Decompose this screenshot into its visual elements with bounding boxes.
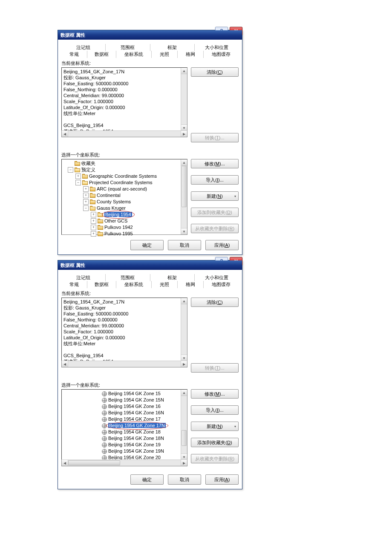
list-item[interactable]: Beijing 1954 GK Zone 16 bbox=[63, 403, 180, 410]
tab-frame[interactable]: 框架 bbox=[150, 44, 194, 51]
apply-button[interactable]: 应用(A) bbox=[205, 474, 239, 485]
vscroll[interactable]: ▲ ▼ bbox=[181, 390, 187, 460]
expand-icon[interactable]: + bbox=[75, 173, 81, 179]
tab-annotation[interactable]: 注记组 bbox=[61, 274, 105, 281]
tree-othergcs[interactable]: +Other GCS bbox=[63, 218, 180, 224]
new-button[interactable]: 新建(N) bbox=[191, 191, 239, 201]
tab-size[interactable]: 大小和位置 bbox=[194, 274, 239, 281]
scroll-up-icon[interactable]: ▲ bbox=[181, 159, 187, 166]
vscroll[interactable]: ▲ ▼ bbox=[181, 298, 187, 361]
collapse-icon[interactable]: − bbox=[83, 205, 89, 211]
remove-favorite-button[interactable]: 从收藏夹中删除(R) bbox=[191, 224, 239, 233]
tab-cache[interactable]: 地图缓存 bbox=[203, 51, 239, 58]
tree-continental[interactable]: +Continental bbox=[63, 192, 180, 199]
scroll-left-icon[interactable]: ◀ bbox=[62, 361, 68, 367]
tab-coordsys[interactable]: 坐标系统 bbox=[116, 51, 151, 58]
list-item[interactable]: Beijing 1954 GK Zone 15 bbox=[63, 390, 180, 397]
list-item[interactable]: Beijing 1954 GK Zone 16N bbox=[63, 410, 180, 416]
vscroll[interactable]: ▲ ▼ bbox=[181, 68, 187, 131]
tree-arc[interactable]: +ARC (equal arc-second) bbox=[63, 186, 180, 192]
tree-pcs[interactable]: −Projected Coordinate Systems bbox=[63, 179, 180, 186]
tab-grid[interactable]: 格网 bbox=[177, 51, 203, 58]
scroll-down-icon[interactable]: ▼ bbox=[181, 124, 187, 131]
list-item[interactable]: Beijing 1954 GK Zone 19N bbox=[63, 448, 180, 454]
add-favorite-button[interactable]: 添加到收藏夹(D) bbox=[191, 208, 239, 217]
scroll-down-icon[interactable]: ▼ bbox=[181, 355, 187, 361]
ok-button[interactable]: 确定 bbox=[130, 240, 164, 250]
tab-frame[interactable]: 框架 bbox=[150, 274, 194, 281]
tree-gauss[interactable]: −Gauss Kruger bbox=[63, 205, 180, 211]
titlebar[interactable]: 数据框 属性 bbox=[58, 260, 242, 270]
tab-cache[interactable]: 地图缓存 bbox=[203, 281, 239, 288]
apply-button[interactable]: 应用(A) bbox=[205, 240, 239, 250]
scroll-thumb[interactable] bbox=[182, 430, 187, 446]
new-button[interactable]: 新建(N) bbox=[191, 422, 239, 431]
list-item[interactable]: Beijing 1954 GK Zone 18 bbox=[63, 429, 180, 435]
tab-dataframe[interactable]: 数据框 bbox=[87, 51, 116, 58]
tab-dataframe[interactable]: 数据框 bbox=[87, 281, 116, 288]
tab-coordsys[interactable]: 坐标系统 bbox=[116, 281, 151, 288]
modify-button[interactable]: 修改(M)... bbox=[191, 389, 239, 399]
add-favorite-button[interactable]: 添加到收藏夹(D) bbox=[191, 438, 239, 447]
transform-button[interactable]: 转换(T)... bbox=[191, 133, 239, 142]
scroll-thumb[interactable] bbox=[182, 166, 187, 207]
clear-button[interactable]: 清除(C) bbox=[191, 298, 239, 307]
modify-button[interactable]: 修改(M)... bbox=[191, 159, 239, 168]
collapse-icon[interactable]: − bbox=[68, 167, 73, 173]
expand-icon[interactable]: + bbox=[91, 212, 96, 217]
ok-button[interactable]: 确定 bbox=[130, 474, 164, 485]
import-button[interactable]: 导入(I)... bbox=[191, 405, 239, 415]
tab-annotation[interactable]: 注记组 bbox=[61, 44, 105, 51]
scroll-right-icon[interactable]: ▶ bbox=[181, 131, 187, 137]
scroll-left-icon[interactable]: ◀ bbox=[62, 460, 68, 466]
tab-lighting[interactable]: 光照 bbox=[151, 281, 177, 288]
scroll-down-icon[interactable]: ▼ bbox=[181, 454, 187, 460]
crs-tree-box[interactable]: 收藏夹 −预定义 +Geographic Coordinate Systems … bbox=[61, 159, 187, 235]
import-button[interactable]: 导入(I)... bbox=[191, 175, 239, 185]
expand-icon[interactable]: + bbox=[83, 199, 89, 205]
expand-icon[interactable]: + bbox=[91, 218, 96, 224]
tree-county[interactable]: +County Systems bbox=[63, 199, 180, 205]
tab-grid[interactable]: 格网 bbox=[177, 281, 203, 288]
clear-button[interactable]: 清除(C) bbox=[191, 67, 239, 77]
cancel-button[interactable]: 取消 bbox=[168, 240, 201, 250]
scroll-up-icon[interactable]: ▲ bbox=[181, 68, 187, 74]
tab-general[interactable]: 常规 bbox=[61, 51, 87, 58]
scroll-down-icon[interactable]: ▼ bbox=[181, 228, 187, 234]
list-item[interactable]: Beijing 1954 GK Zone 18N bbox=[63, 435, 180, 442]
expand-icon[interactable]: + bbox=[91, 225, 96, 230]
scroll-up-icon[interactable]: ▲ bbox=[181, 390, 187, 396]
scroll-left-icon[interactable]: ◀ bbox=[62, 131, 68, 137]
list-item[interactable]: Beijing 1954 GK Zone 15N bbox=[63, 397, 180, 403]
cancel-button[interactable]: 取消 bbox=[168, 474, 201, 485]
tab-general[interactable]: 常规 bbox=[61, 281, 87, 288]
tree-favorites[interactable]: 收藏夹 bbox=[63, 160, 180, 167]
expand-icon[interactable]: + bbox=[91, 231, 96, 237]
tree-pulkovo95[interactable]: +Pulkovo 1995 bbox=[63, 231, 180, 237]
list-item[interactable]: Beijing 1954 GK Zone 19 bbox=[63, 442, 180, 448]
scroll-right-icon[interactable]: ▶ bbox=[181, 361, 187, 367]
scroll-h-thumb[interactable] bbox=[68, 460, 120, 465]
expand-icon[interactable]: + bbox=[83, 193, 89, 198]
expand-icon[interactable]: + bbox=[83, 186, 89, 192]
current-crs-box[interactable]: Beijing_1954_GK_Zone_17N 投影: Gauss_Kruge… bbox=[61, 67, 187, 131]
current-crs-box[interactable]: Beijing_1954_GK_Zone_17N 投影: Gauss_Kruge… bbox=[61, 298, 187, 361]
scroll-right-icon[interactable]: ▶ bbox=[181, 460, 187, 466]
tab-extent[interactable]: 范围框 bbox=[105, 274, 150, 281]
tab-size[interactable]: 大小和位置 bbox=[194, 44, 239, 51]
list-item-selected[interactable]: Beijing 1954 GK Zone 17N bbox=[63, 422, 180, 429]
list-item[interactable]: Beijing 1954 GK Zone 17 bbox=[63, 416, 180, 422]
tab-extent[interactable]: 范围框 bbox=[105, 44, 150, 51]
vscroll[interactable]: ▲ ▼ bbox=[181, 159, 187, 234]
remove-favorite-button[interactable]: 从收藏夹中删除(R) bbox=[191, 454, 239, 463]
tree-gcs[interactable]: +Geographic Coordinate Systems bbox=[63, 173, 180, 179]
titlebar[interactable]: 数据框 属性 bbox=[58, 30, 242, 40]
crs-tree-box[interactable]: Beijing 1954 GK Zone 15 Beijing 1954 GK … bbox=[61, 389, 187, 460]
tree-pulkovo42[interactable]: +Pulkovo 1942 bbox=[63, 224, 180, 231]
tab-lighting[interactable]: 光照 bbox=[151, 51, 177, 58]
scroll-up-icon[interactable]: ▲ bbox=[181, 298, 187, 304]
tree-predefined[interactable]: −预定义 bbox=[63, 167, 180, 173]
collapse-icon[interactable]: − bbox=[75, 180, 81, 185]
transform-button[interactable]: 转换(T)... bbox=[191, 363, 239, 373]
tree-beijing1954[interactable]: +Beijing 1954 bbox=[63, 211, 180, 218]
